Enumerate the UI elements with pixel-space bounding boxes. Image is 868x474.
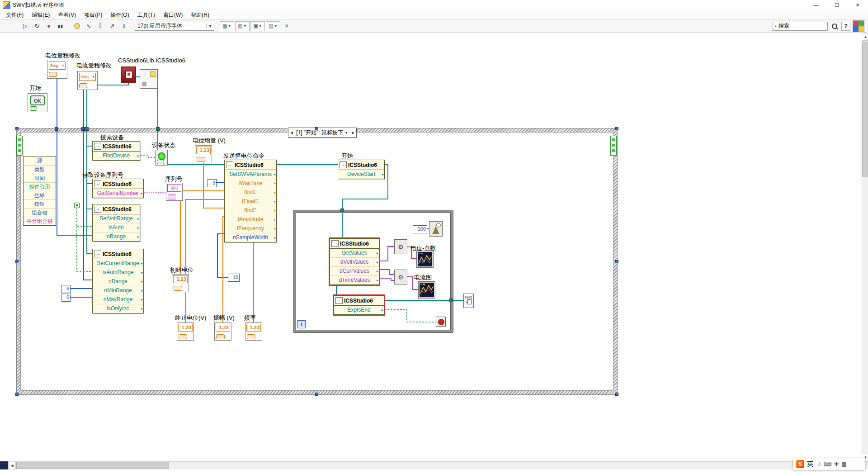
scroll-left-icon[interactable]: ◀ [8,462,16,469]
constant-10[interactable]: 10 [228,274,240,282]
invoke-node-devicestart[interactable]: →ICSStudio6DeviceStart▸ [338,160,385,179]
search-input[interactable]: ▸ 搜索 [773,22,828,31]
menu-item[interactable]: 操作(O) [106,10,133,20]
constant-0[interactable]: 0 [61,294,71,302]
retain-wire-values-icon[interactable]: ∿ [83,21,94,32]
tunnel[interactable] [55,127,58,131]
highlight-execution-icon[interactable] [71,21,82,32]
chevron-down-icon[interactable]: ▼ [344,131,350,135]
event-selector[interactable]: ◀ [1] "开始": 鼠标按下 ▼ ▶ [288,128,357,137]
invoke-node-expisend[interactable]: →ICSStudio6ExpIsEnd▸ [334,295,384,315]
step-over-icon[interactable]: ⇗ [107,21,118,32]
node-row[interactable]: nSampleWidth▸ [225,233,276,242]
label-init-pot[interactable]: 初始电位 [170,266,193,274]
label-volt-range[interactable]: 电位量程修改 [45,52,80,60]
horizontal-scroll-thumb[interactable] [16,462,169,469]
vi-icon[interactable] [853,20,864,32]
node-row[interactable]: isAuto▸ [93,223,140,232]
node-row[interactable]: SetVoltRange▸ [93,214,140,223]
label-pot-increment[interactable]: 电位增量 (V) [193,137,226,145]
event-data-item[interactable]: 类型 [24,165,56,174]
node-row[interactable]: fWaitTime▸ [225,179,276,188]
amplitude-terminal[interactable]: 1.23 [214,322,231,341]
menu-item[interactable]: 编辑(E) [28,10,54,20]
menu-item[interactable]: 帮助(H) [187,10,213,20]
event-terminal-right-icon[interactable] [610,136,617,156]
event-terminal-left-icon[interactable] [16,136,23,156]
build-array-icon[interactable]: ⚙ [394,239,407,254]
label-amplitude[interactable]: 振幅 (V) [213,314,235,322]
abort-button-icon[interactable]: ● [43,21,54,32]
label-frequency[interactable]: 频率 [244,314,256,322]
invoke-node-getvalues[interactable]: →ICSStudio6GetValues▸dVoltValues▸dCurrVa… [330,238,379,285]
pot-increment-terminal[interactable]: 1.23 [195,145,212,163]
tunnel[interactable] [340,209,344,212]
node-row[interactable]: GetSerialNumber▸ [93,189,143,198]
curr-chart-terminal[interactable] [418,281,435,299]
selection-handle[interactable] [615,260,618,263]
event-data-item[interactable]: 平台组合键 [24,217,56,225]
final-pot-terminal[interactable]: 1.23 [177,322,194,341]
constant-6[interactable]: 6 [61,285,71,293]
moon-icon[interactable]: ☽ [816,461,821,467]
resize-objects-button[interactable]: ▣▼ [250,21,265,31]
tunnel[interactable] [156,127,160,131]
selection-handle[interactable] [315,127,318,130]
sogou-logo-icon[interactable]: S [796,460,804,468]
run-button-icon[interactable]: ▷ [20,21,31,32]
label-serial[interactable]: 序列号 [165,175,183,183]
node-row[interactable]: FindDevice▸ [93,152,140,160]
node-row[interactable]: isAutoRange▸ [93,268,143,277]
pause-button-icon[interactable]: ▮▮ [55,21,66,32]
tunnel[interactable] [81,127,85,131]
event-data-item[interactable]: 坐标 [24,191,56,199]
wait-ms-icon[interactable] [429,221,443,237]
close-button[interactable]: ✕ [847,0,868,10]
event-data-item[interactable]: 组合键 [24,208,56,217]
font-selector[interactable]: 17pt 应用程序字体 ▼ [135,22,214,31]
distribute-objects-button[interactable]: ▥▼ [235,21,250,31]
label-chart-curr[interactable]: 电流图 [414,274,432,282]
scroll-up-icon[interactable]: ▲ [862,33,868,41]
next-case-icon[interactable]: ▶ [350,131,356,135]
menu-item[interactable]: 工具(T) [133,10,159,20]
event-data-item[interactable]: 按钮 [24,199,56,208]
frequency-terminal[interactable]: 1.23 [245,322,262,341]
label-send-cmd[interactable]: 发送恒电位命令 [223,152,264,160]
label-final-pot[interactable]: 终止电位(V) [175,314,206,322]
menu-item[interactable]: 项目(P) [80,10,106,20]
node-row[interactable]: nRange▸ [93,277,143,286]
node-row[interactable]: SetCurrentRange▸ [93,259,143,268]
label-curr-range[interactable]: 电流量程修改 [76,62,112,70]
label-find-device[interactable]: 搜索设备 [100,133,124,142]
event-data-item[interactable]: 控件引用 [24,182,56,191]
class-constant-icon[interactable] [121,66,136,83]
label-device-status[interactable]: 设备状态 [152,141,175,149]
node-row[interactable]: fFrequency▸ [225,224,276,233]
node-row[interactable]: isOnlyInc▸ [93,304,143,313]
true-constant[interactable] [74,203,80,208]
constant-3[interactable]: 3 [208,179,217,187]
selection-handle[interactable] [615,127,618,130]
cleanup-diagram-icon[interactable]: ✧ [281,21,292,32]
label-start-node[interactable]: 开始 [341,152,353,160]
tunnel[interactable] [85,127,89,131]
node-row[interactable]: fInitE▸ [225,188,276,197]
selection-handle[interactable] [15,127,19,130]
node-row[interactable]: fIncE▸ [225,206,276,215]
ime-language-indicator[interactable]: 英 [807,460,813,468]
keyboard-icon[interactable]: ⌨ [824,461,831,467]
loop-condition-terminal[interactable] [436,317,446,327]
menu-item[interactable]: 文件(F) [2,10,28,20]
align-objects-button[interactable]: ▦▼ [220,21,234,31]
run-continuous-icon[interactable]: ↻ [32,21,42,32]
node-row[interactable]: fAmplitude▸ [225,215,276,224]
node-row[interactable]: dTimeValues▸ [330,275,379,284]
error-out-icon[interactable]: 到/错 c [463,294,474,308]
start-button-terminal[interactable]: OK [28,93,47,112]
loop-iteration-terminal[interactable]: i [297,320,306,328]
volt-chart-terminal[interactable] [416,251,434,268]
event-data-item[interactable]: 源 [24,156,56,165]
maximize-button[interactable]: ☐ [826,0,847,10]
event-data-item[interactable]: 时间 [24,174,56,182]
